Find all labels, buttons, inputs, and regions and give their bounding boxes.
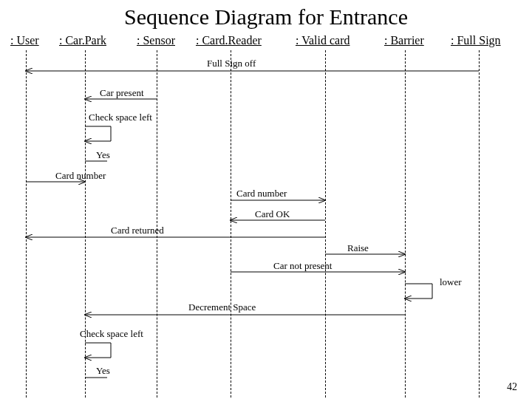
msg-lower: lower — [440, 276, 462, 288]
msg-yes-2: Yes — [96, 365, 110, 377]
msg-yes-1: Yes — [96, 149, 110, 161]
msg-car-present: Car present — [100, 87, 144, 99]
msg-decrement-space: Decrement Space — [188, 301, 256, 313]
slide-number: 42 — [507, 381, 517, 393]
msg-car-not-present: Car not present — [273, 260, 332, 272]
msg-raise: Raise — [347, 242, 369, 254]
msg-card-number-2: Card number — [236, 188, 287, 200]
msg-full-sign-off: Full Sign off — [207, 58, 256, 69]
msg-card-number-1: Card number — [55, 170, 106, 182]
diagram-title: Sequence Diagram for Entrance — [0, 0, 532, 30]
diagram-stage: : User : Car.Park : Sensor : Card.Reader… — [0, 34, 532, 399]
msg-check-space-1: Check space left — [89, 112, 152, 123]
msg-card-returned: Card returned — [111, 225, 164, 236]
msg-card-ok: Card OK — [255, 208, 290, 220]
msg-check-space-2: Check space left — [80, 328, 143, 340]
